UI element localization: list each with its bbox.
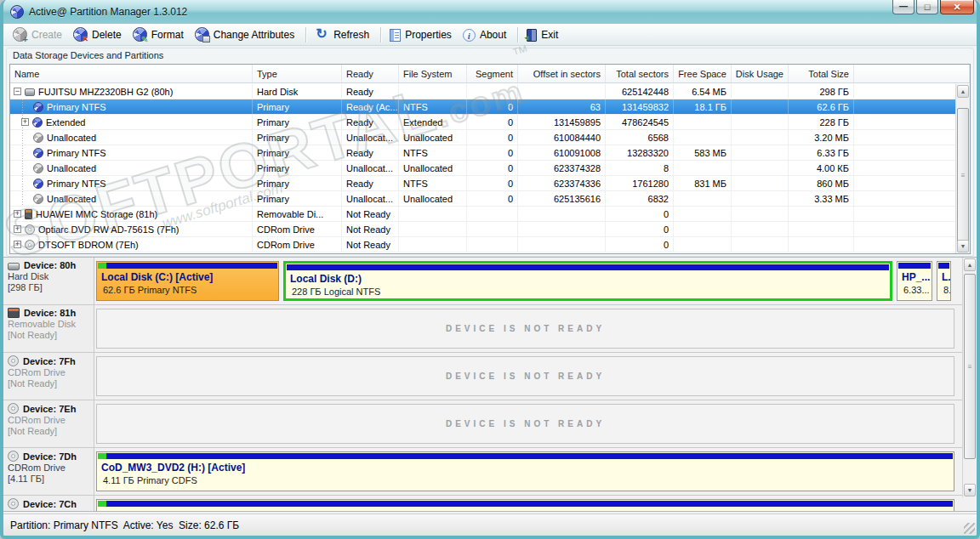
column-header-type[interactable]: Type	[253, 65, 342, 82]
close-button[interactable]: ✕	[940, 0, 974, 14]
column-header-total-sectors[interactable]: Total sectors	[606, 65, 674, 82]
app-icon	[10, 5, 24, 19]
cell-file_system	[399, 237, 467, 252]
device-content: DEVICE IS NOT READY	[94, 400, 977, 447]
table-row[interactable]: +Optiarc DVD RW AD-7561S (7Fh)CDRom Driv…	[10, 222, 955, 237]
partition-block[interactable]: CoD_MW3_DVD2 (H:) [Active]4.11 ГБ Primar…	[96, 451, 954, 491]
device-row-80h: Device: 80hHard Disk[298 ГБ]Local Disk (…	[3, 258, 977, 305]
expander-plus-icon[interactable]: +	[14, 241, 21, 248]
table-row[interactable]: −FUJITSU MHZ2320BH G2 (80h)Hard DiskRead…	[10, 84, 955, 99]
toolbar-button-properties[interactable]: Properties	[385, 26, 459, 43]
close-icon: ✕	[953, 3, 960, 12]
table-row[interactable]: UnallocatedPrimaryUnallocat...Unallocate…	[10, 191, 955, 207]
expander-plus-icon[interactable]: +	[14, 225, 21, 233]
name-cell: +Extended	[10, 115, 253, 129]
device-title: Device: 7Fh	[8, 355, 92, 366]
about-icon	[463, 29, 476, 42]
cell-segment: 0	[467, 130, 518, 145]
table-row[interactable]: UnallocatedPrimaryUnallocat...Unallocate…	[10, 161, 955, 176]
cell-total_size: 62.6 ГБ	[789, 99, 854, 114]
partition-subtitle: 4.11 ГБ Primary CDFS	[97, 474, 954, 485]
resize-grip-icon[interactable]	[964, 523, 975, 534]
partition-block[interactable]: Local Disk (C:) [Active]62.6 ГБ Primary …	[96, 261, 279, 301]
cell-segment	[467, 237, 518, 252]
table-row[interactable]: +HUAWEI MMC Storage (81h)Removable Di...…	[10, 207, 955, 222]
device-id: Device: 7Dh	[23, 451, 77, 462]
partition-title: CoD_MW3_DVD2 (H:) [Active]	[97, 459, 954, 474]
table-row[interactable]: Primary NTFSPrimaryReady (Ac...NTFS06313…	[10, 99, 955, 115]
expander-plus-icon[interactable]: +	[21, 118, 29, 126]
cell-filler	[854, 207, 955, 221]
scroll-down-icon[interactable]: ▼	[957, 240, 969, 252]
toolbar-button-create[interactable]: Create	[9, 26, 69, 43]
column-header-name[interactable]: Name	[10, 65, 253, 82]
groupbox-label: Data Storage Devices and Partitions	[13, 50, 163, 60]
partition-block[interactable]: HP_...6.33...	[897, 261, 932, 301]
table-row[interactable]: +ExtendedPrimaryReadyExtended01314598954…	[10, 115, 955, 130]
column-header-segment[interactable]: Segment	[467, 65, 518, 82]
cell-ready: Ready	[342, 84, 399, 99]
devices-panel: Device: 80hHard Disk[298 ГБ]Local Disk (…	[3, 257, 977, 512]
scroll-up-icon[interactable]: ▲	[964, 258, 976, 271]
table-scrollbar[interactable]: ▲ ≡ ▼	[955, 84, 970, 253]
device-type: CDRom Drive	[8, 462, 92, 474]
expander-minus-icon[interactable]: −	[14, 88, 21, 95]
device-title: Device: 7Eh	[8, 403, 92, 414]
device-id: Device: 80h	[24, 260, 76, 270]
partition-block[interactable]: Local Disk (D:)228 ГБ Logical NTFS	[283, 261, 892, 301]
table-scrollbar-thumb[interactable]: ≡	[957, 108, 969, 242]
column-header-ready[interactable]: Ready	[342, 65, 399, 82]
partition-block[interactable]: L..8.	[937, 261, 951, 301]
minimize-button[interactable]: —	[892, 0, 914, 14]
table-row[interactable]: UnallocatedPrimaryUnallocat...Unallocate…	[10, 130, 955, 145]
toolbar-button-refresh[interactable]: Refresh	[311, 26, 376, 43]
cell-segment	[467, 84, 518, 99]
cell-disk_usage	[732, 84, 789, 99]
status-text: Partition: Primary NTFS Active: Yes Size…	[10, 519, 239, 531]
scroll-down-icon[interactable]: ▼	[964, 484, 976, 496]
devices-scrollbar-thumb[interactable]: ≡	[964, 274, 976, 459]
device-id: Device: 7Ch	[23, 499, 77, 509]
maximize-button[interactable]: □	[916, 0, 938, 14]
table-row[interactable]: Primary NTFSPrimaryReadyNTFS061009100813…	[10, 145, 955, 161]
device-label: Device: 7DhCDRom Drive[4.11 ГБ]	[3, 448, 94, 495]
name-cell: +HUAWEI MMC Storage (81h)	[10, 207, 253, 221]
devices-scrollbar[interactable]: ▲ ≡ ▼	[962, 258, 977, 497]
cell-file_system: NTFS	[399, 176, 467, 190]
toolbar-button-delete[interactable]: Delete	[69, 26, 128, 43]
device-row-7eh: Device: 7EhCDRom Drive[Not Ready]DEVICE …	[3, 400, 977, 448]
refresh-icon	[315, 27, 329, 42]
cell-file_system: Extended	[399, 115, 467, 129]
partition-blue-icon	[33, 148, 43, 158]
active-flag	[98, 453, 106, 459]
partition-title: Local Disk (C:) [Active]	[97, 269, 278, 283]
expander-plus-icon[interactable]: +	[14, 210, 21, 218]
toolbar-button-exit[interactable]: Exit	[522, 26, 565, 43]
window-titlebar[interactable]: Active@ Partition Manager 1.3.012 —□✕	[3, 0, 977, 24]
column-header-offset-in-sectors[interactable]: Offset in sectors	[518, 65, 606, 82]
column-header-file-system[interactable]: File System	[399, 65, 467, 82]
scroll-up-icon[interactable]: ▲	[957, 85, 969, 98]
status-bar: Partition: Primary NTFS Active: Yes Size…	[3, 513, 977, 536]
minimize-icon: —	[899, 3, 908, 11]
column-header-free-space[interactable]: Free Space	[674, 65, 732, 82]
column-header-disk-usage[interactable]: Disk Usage	[732, 65, 789, 82]
active-flag	[98, 501, 106, 507]
toolbar-button-format[interactable]: Format	[128, 26, 191, 43]
cell-offset	[518, 222, 606, 236]
cell-free_space	[674, 115, 732, 129]
row-name: Unallocated	[47, 163, 96, 173]
table-row[interactable]: Primary NTFSPrimaryReadyNTFS062337433617…	[10, 176, 955, 191]
toolbar-button-change-attributes[interactable]: Change Attributes	[191, 26, 301, 43]
device-size: [4.11 ГБ]	[8, 474, 92, 485]
cell-offset: 131459895	[518, 115, 606, 129]
toolbar-button-label: Create	[31, 29, 62, 41]
cell-segment	[467, 207, 518, 221]
toolbar-button-about[interactable]: About	[459, 26, 513, 43]
partition-block[interactable]	[96, 499, 954, 512]
toolbar-separator	[305, 27, 306, 43]
not-ready-text: DEVICE IS NOT READY	[446, 419, 605, 428]
column-header-total-size[interactable]: Total Size	[789, 65, 854, 82]
name-cell: Unallocated	[10, 191, 253, 206]
table-row[interactable]: +DTSOFT BDROM (7Eh)CDRom DriveNot Ready0	[10, 237, 955, 252]
